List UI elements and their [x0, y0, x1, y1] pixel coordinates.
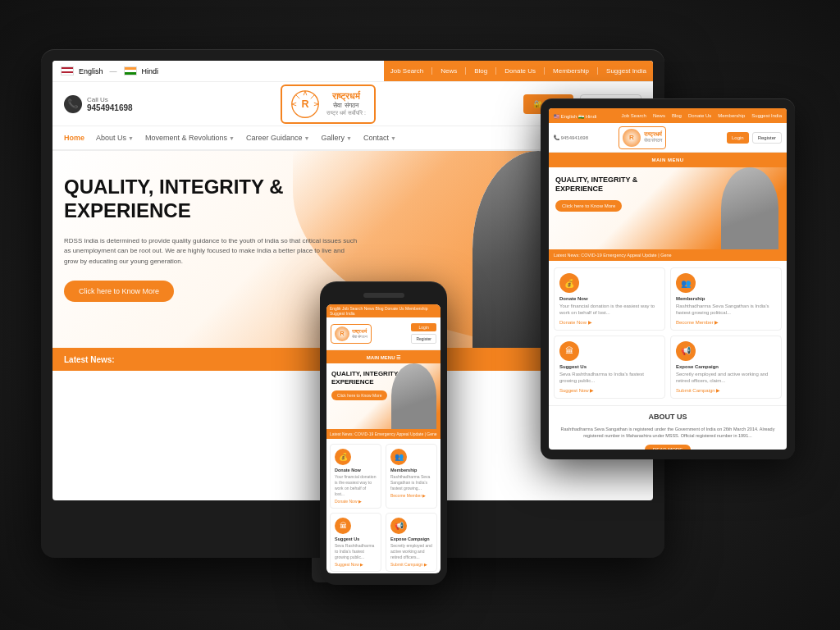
- tablet-login-button[interactable]: Login: [727, 132, 749, 144]
- us-flag-icon: [61, 66, 74, 75]
- hindi-label[interactable]: Hindi: [142, 67, 159, 75]
- scene: English — Hindi Job Search News: [0, 0, 840, 630]
- tablet-read-more-button[interactable]: READ MORE: [645, 445, 691, 450]
- phone-notch: [363, 293, 404, 298]
- tablet-header: 📞 9454941698 R राष्ट्रधर्म सेवा संगठन Lo…: [549, 123, 787, 153]
- tablet-phone: 📞 9454941698: [554, 135, 588, 140]
- phone-main-menu: MAIN MENU ☰: [367, 354, 400, 360]
- svg-line-9: [296, 94, 299, 98]
- membership-link[interactable]: Become Member ▶: [676, 319, 776, 325]
- phone-membership-link[interactable]: Become Member ▶: [390, 493, 432, 498]
- svg-line-4: [314, 103, 318, 104]
- suggest-link[interactable]: Suggest Now ▶: [559, 387, 660, 393]
- nav-career[interactable]: Career Guidance ▼: [246, 134, 309, 142]
- suggest-title: Suggest Us: [559, 364, 660, 369]
- tablet-main-menu: MAIN MENU: [651, 158, 683, 162]
- svg-line-2: [304, 90, 305, 94]
- phone-navbar: MAIN MENU ☰: [326, 350, 441, 363]
- top-nav-suggest[interactable]: Suggest India: [606, 67, 646, 75]
- phone-logo[interactable]: R राष्ट्रधर्म सेवा संगठन: [331, 324, 372, 344]
- donate-icon: 💰: [559, 273, 579, 293]
- expose-title: Expose Campaign: [676, 364, 776, 369]
- phone-cards: 💰 Donate Now Your financial donation is …: [326, 439, 441, 573]
- site-logo[interactable]: R: [281, 84, 376, 124]
- phone-login-button[interactable]: Login: [411, 323, 436, 331]
- tablet-card-donate: 💰 Donate Now Your financial donation is …: [554, 267, 665, 331]
- top-nav-blog[interactable]: Blog: [474, 67, 496, 75]
- svg-line-7: [292, 104, 296, 106]
- gallery-chevron-icon: ▼: [346, 135, 352, 141]
- phone-membership-title: Membership: [390, 468, 432, 472]
- phone-card-membership: 👥 Membership Rashthadharma Seva Sangatha…: [386, 444, 437, 509]
- svg-text:R: R: [302, 98, 309, 109]
- donate-link[interactable]: Donate Now ▶: [559, 319, 660, 325]
- phone-cta-button[interactable]: Click here to Know More: [331, 390, 387, 400]
- phone-donate-title: Donate Now: [335, 468, 377, 472]
- top-nav-news[interactable]: News: [441, 67, 466, 75]
- logo-org-text: सेवा संगठन: [326, 102, 366, 110]
- phone-header: R राष्ट्रधर्म सेवा संगठन Login Register: [326, 317, 441, 350]
- tablet-topbar: 🇺🇸 English 🇮🇳 Hindi Job Search News Blog…: [549, 108, 787, 123]
- hero-content: QUALITY, INTEGRITY & EXPERIENCE RDSS Ind…: [64, 176, 359, 302]
- tablet-about-section: ABOUT US Rashthadharma Seva Sangathan is…: [549, 405, 787, 450]
- top-bar: English — Hindi Job Search News: [52, 61, 653, 82]
- tablet-about-title: ABOUT US: [554, 413, 782, 421]
- nav-about[interactable]: About Us ▼: [96, 134, 134, 142]
- tablet-logo[interactable]: R राष्ट्रधर्म सेवा संगठन: [619, 126, 667, 149]
- phone-donate-link[interactable]: Donate Now ▶: [335, 499, 377, 504]
- call-us-label: Call Us: [87, 96, 133, 103]
- tablet-top-nav: Job Search News Blog Donate Us Membershi…: [622, 113, 782, 118]
- phone-expose-link[interactable]: Submit Campaign ▶: [390, 562, 432, 567]
- phone-news-bar: Latest News: COVID-19 Emergency Appeal U…: [326, 429, 441, 439]
- top-nav-jobsearch[interactable]: Job Search: [390, 67, 432, 75]
- phone-topbar: Englik Job Search News Blog Donate Us Me…: [326, 304, 441, 317]
- about-chevron-icon: ▼: [128, 135, 134, 141]
- logo-text: राष्ट्रधर्म सेवा संगठन राष्ट्र धर्म सर्व…: [326, 91, 366, 116]
- phone-news-text: Latest News: COVID-19 Emergency Appeal U…: [330, 431, 437, 436]
- tablet-cta-button[interactable]: Click here to Know More: [555, 200, 622, 212]
- expose-desc: Secretly employed and active working and…: [676, 371, 776, 385]
- nav-gallery[interactable]: Gallery ▼: [321, 134, 351, 142]
- phone-topbar-text: Englik Job Search News Blog Donate Us Me…: [330, 306, 437, 316]
- english-label[interactable]: English: [79, 67, 103, 75]
- phone-text: Call Us 9454941698: [87, 96, 133, 112]
- hero-description: RDSS India is determined to provide qual…: [64, 236, 359, 267]
- phone-website: Englik Job Search News Blog Donate Us Me…: [326, 304, 441, 573]
- phone-card-donate: 💰 Donate Now Your financial donation is …: [330, 444, 381, 509]
- top-nav-membership[interactable]: Membership: [553, 67, 598, 75]
- tablet-card-membership: 👥 Membership Rashthadharma Seva Sangatha…: [670, 267, 782, 331]
- logo-area: R: [133, 84, 524, 124]
- nav-home[interactable]: Home: [64, 134, 84, 142]
- phone-suggest-link[interactable]: Suggest Now ▶: [335, 562, 377, 567]
- tablet-card-suggest: 🏛 Suggest Us Seva Rashthadharma to India…: [554, 336, 665, 399]
- nav-movement[interactable]: Movement & Revolutions ▼: [145, 134, 235, 142]
- donate-title: Donate Now: [559, 296, 660, 301]
- phone-donate-icon: 💰: [335, 449, 351, 465]
- movement-chevron-icon: ▼: [229, 135, 235, 141]
- phone-card-suggest: 🏛 Suggest Us Seva Rashthadharma to India…: [330, 513, 381, 572]
- top-nav-donate[interactable]: Donate Us: [504, 67, 545, 75]
- hero-cta-button[interactable]: Click here to Know More: [64, 281, 174, 302]
- phone-register-button[interactable]: Register: [411, 334, 436, 344]
- nav-contact[interactable]: Contact ▼: [363, 134, 396, 142]
- tablet-cards: 💰 Donate Now Your financial donation is …: [549, 261, 787, 405]
- phone-card-expose: 📢 Expose Campaign Secretly employed and …: [386, 513, 437, 572]
- tablet-website: 🇺🇸 English 🇮🇳 Hindi Job Search News Blog…: [549, 108, 787, 450]
- tablet-lang: 🇺🇸 English 🇮🇳 Hindi: [554, 113, 596, 119]
- language-selector[interactable]: English — Hindi: [61, 66, 158, 75]
- tablet-register-button[interactable]: Register: [752, 132, 782, 144]
- phone-expose-icon: 📢: [390, 518, 407, 534]
- expose-icon: 📢: [676, 341, 696, 361]
- phone-suggest-title: Suggest Us: [335, 536, 377, 541]
- tablet-logo-text: राष्ट्रधर्म सेवा संगठन: [644, 131, 663, 144]
- phone-hero: QUALITY, INTEGRITY & EXPERIENCE Click he…: [326, 363, 441, 429]
- career-chevron-icon: ▼: [304, 135, 310, 141]
- svg-line-3: [305, 90, 307, 94]
- phone-device: Englik Job Search News Blog Donate Us Me…: [320, 281, 447, 585]
- membership-desc: Rashthadharma Seva Sangathan is India's …: [676, 303, 776, 317]
- logo-emblem: R: [290, 89, 320, 119]
- india-flag-icon: [124, 66, 137, 75]
- phone-expose-desc: Secretly employed and active working and…: [390, 543, 432, 560]
- donate-desc: Your financial donation is the easiest w…: [559, 303, 660, 317]
- expose-link[interactable]: Submit Campaign ▶: [676, 387, 776, 393]
